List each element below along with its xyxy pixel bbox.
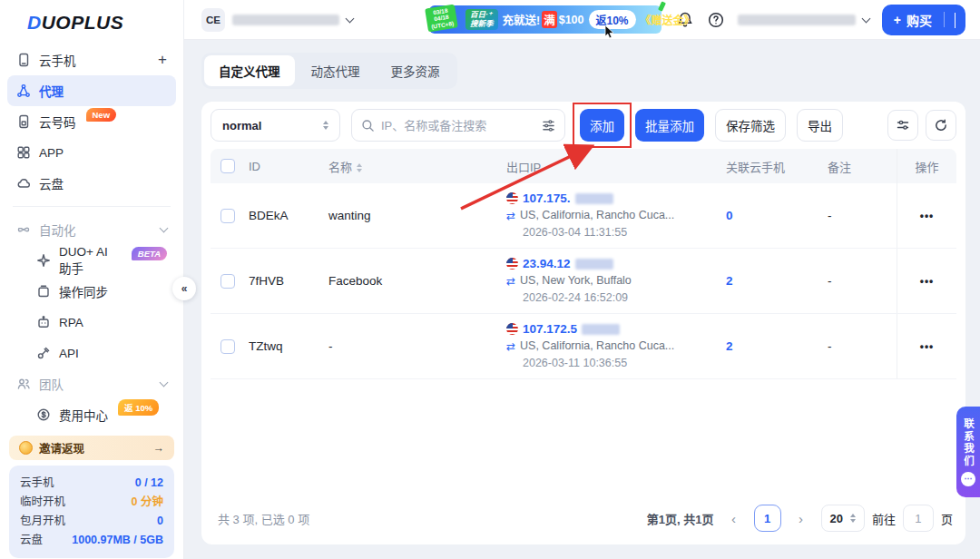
sidebar-collapse-button[interactable]: « (172, 277, 196, 300)
chevron-down-icon (346, 14, 355, 23)
user-account-menu[interactable] (738, 15, 869, 25)
search-box (351, 109, 565, 142)
contact-us-tab[interactable]: 联系我们 ⋯ (956, 407, 980, 497)
promo-banner[interactable]: 03/18 04/18 (UTC+8) 百日·⁺ 搜新季 充就送! 满 $100… (429, 5, 662, 34)
sidebar-group-team[interactable]: 团队 (7, 368, 176, 399)
ip-address-link[interactable]: 23.94.12 (523, 255, 571, 272)
row-checkbox[interactable] (220, 274, 235, 289)
cell-note: - (828, 339, 897, 353)
sidebar-item-duo-ai[interactable]: DUO+ AI 助手 BETA (7, 245, 176, 276)
caret-updown-icon (323, 121, 328, 130)
cell-exit-ip: 23.94.12 ⇄US, New York, Buffalo 2026-02-… (506, 255, 726, 307)
row-actions-button[interactable]: ••• (920, 340, 935, 353)
refresh-button[interactable] (926, 110, 956, 141)
sidebar-item-rpa[interactable]: RPA (7, 307, 176, 338)
user-name-redacted (738, 15, 856, 25)
coin-icon (19, 441, 33, 455)
sidebar: DUOPLUS 云手机 + 代理 云号码 New APP (0, 0, 184, 559)
cell-name: wanting (328, 209, 506, 222)
sidebar-item-label: 云盘 (39, 174, 64, 192)
swap-ip-icon[interactable]: ⇄ (506, 341, 515, 352)
row-actions-button[interactable]: ••• (920, 210, 935, 222)
selection-summary: 共 3 项, 已选 0 项 (218, 510, 309, 527)
sidebar-item-op-sync[interactable]: 操作同步 (7, 276, 176, 307)
plus-icon: + (894, 13, 901, 27)
col-id: ID (245, 160, 328, 173)
invite-label: 邀请返现 (39, 439, 84, 456)
linked-phones-link[interactable]: 0 (726, 209, 733, 222)
beta-badge: BETA (132, 247, 167, 260)
ip-address-link[interactable]: 107.175. (523, 190, 571, 207)
buy-button[interactable]: + 购买 (882, 11, 944, 29)
sidebar-item-cloud-number[interactable]: 云号码 New (7, 106, 176, 137)
linked-phones-link[interactable]: 2 (726, 339, 733, 353)
row-actions-button[interactable]: ••• (920, 275, 935, 288)
buy-dropdown-button[interactable] (945, 13, 965, 27)
stat-label: 包月开机 (20, 512, 65, 531)
sync-box-icon (36, 284, 51, 299)
search-input[interactable] (381, 119, 535, 132)
col-linked-phones: 关联云手机 (726, 158, 828, 175)
sidebar-item-billing[interactable]: 费用中心 返 10% (7, 399, 176, 430)
select-all-checkbox[interactable] (220, 159, 235, 173)
new-badge: New (86, 108, 117, 122)
add-button[interactable]: 添加 (580, 109, 624, 142)
cell-exit-ip: 107.175. ⇄US, California, Rancho Cuca...… (506, 190, 726, 241)
col-name[interactable]: 名称 (328, 158, 506, 175)
col-actions: 操作 (897, 149, 956, 183)
cell-id: BDEkA (245, 209, 328, 222)
sidebar-item-cloud-phone[interactable]: 云手机 + (7, 44, 176, 75)
infinity-icon (16, 222, 31, 237)
column-settings-button[interactable] (887, 110, 918, 141)
robot-icon (36, 315, 51, 329)
prev-page-button[interactable]: ‹ (721, 505, 747, 531)
sort-icon[interactable] (357, 163, 362, 172)
swap-ip-icon[interactable]: ⇄ (506, 276, 515, 287)
contact-us-label: 联系我们 (961, 418, 975, 467)
proxy-type-select[interactable]: normal (211, 109, 340, 142)
plug-icon (36, 346, 51, 360)
sidebar-item-cloud-disk[interactable]: 云盘 (7, 168, 176, 199)
sidebar-item-app[interactable]: APP (7, 137, 176, 168)
row-checkbox[interactable] (220, 209, 235, 223)
goto-page-input[interactable] (903, 505, 934, 532)
main-area: CE 03/18 04/18 (UTC+8) 百日·⁺ 搜新季 充就送! 满 $… (184, 0, 980, 559)
row-checkbox[interactable] (220, 339, 235, 354)
linked-phones-link[interactable]: 2 (726, 274, 733, 288)
sidebar-item-api[interactable]: API (7, 338, 176, 368)
tab-more-resources[interactable]: 更多资源 (377, 55, 455, 86)
chevron-down-icon (160, 378, 169, 387)
export-button[interactable]: 导出 (797, 109, 843, 142)
workspace-switcher[interactable]: CE (201, 8, 353, 32)
goto-label: 前往 (872, 510, 896, 527)
bulk-add-button[interactable]: 批量添加 (635, 109, 704, 142)
cloud-phone-icon (16, 53, 31, 67)
toolbar-icon-group (887, 110, 956, 141)
sidebar-group-automation[interactable]: 自动化 (7, 214, 176, 245)
proxy-tabs: 自定义代理 动态代理 更多资源 (201, 53, 457, 89)
workspace-avatar: CE (201, 8, 225, 32)
tab-dynamic-proxy[interactable]: 动态代理 (297, 55, 375, 86)
stat-label: 临时开机 (20, 493, 65, 512)
current-page-button[interactable]: 1 (754, 505, 781, 532)
page-size-select[interactable]: 20 (821, 505, 865, 532)
logo-rest: UOPLUS (42, 12, 124, 33)
proxy-type-value: normal (222, 119, 261, 132)
promo-headline: 充就送! 满 $100 (503, 11, 584, 28)
tab-custom-proxy[interactable]: 自定义代理 (204, 55, 295, 86)
invite-rebate-banner[interactable]: 邀请返现 → (9, 436, 174, 460)
chevron-down-icon (160, 224, 169, 233)
ip-address-link[interactable]: 107.172.5 (523, 320, 577, 338)
filter-sliders-icon[interactable] (542, 119, 555, 132)
ip-location: US, California, Rancho Cuca... (520, 207, 674, 224)
swap-ip-icon[interactable]: ⇄ (506, 211, 515, 221)
next-page-button[interactable]: › (789, 505, 814, 531)
help-icon[interactable] (707, 11, 725, 29)
us-flag-icon (506, 258, 518, 270)
stat-value: 1000.97MB / 5GB (72, 531, 163, 550)
toolbar: normal 添加 批量添加 保存筛选 导出 (211, 109, 956, 149)
save-filter-button[interactable]: 保存筛选 (715, 109, 786, 142)
add-cloud-phone-button[interactable]: + (158, 51, 167, 69)
table-row: TZtwq - 107.172.5 ⇄US, California, Ranch… (211, 314, 956, 379)
sidebar-item-proxy[interactable]: 代理 (7, 75, 176, 106)
